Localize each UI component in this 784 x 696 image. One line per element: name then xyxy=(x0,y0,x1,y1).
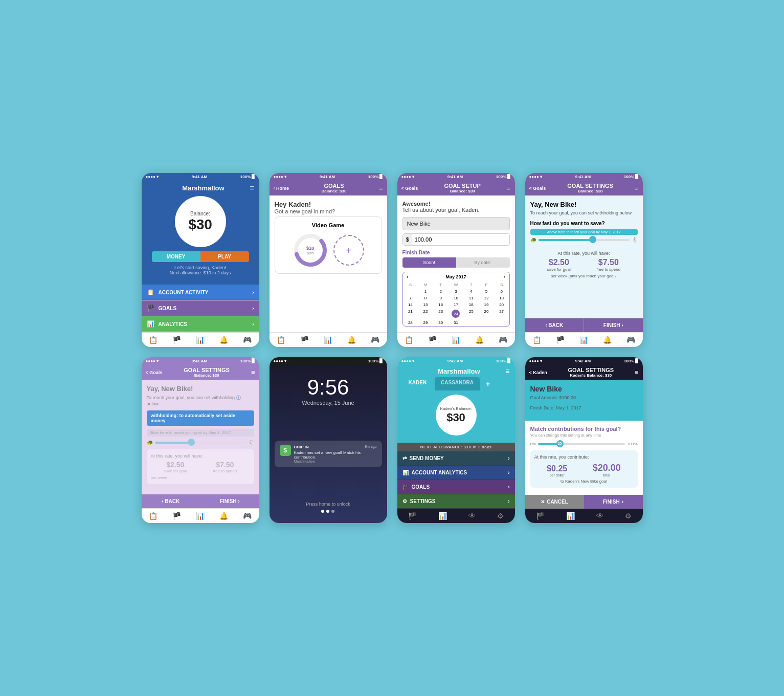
nav2-game-icon[interactable]: 🎮 xyxy=(371,336,379,344)
nav-bell-icon[interactable]: 🔔 xyxy=(219,336,228,344)
next-allowance: NEXT ALLOWANCE: $10 in 2 days xyxy=(397,443,515,451)
cal-day-t1: T xyxy=(433,281,449,288)
nav5-goals[interactable]: 🏴 xyxy=(172,512,181,520)
nav4-goals[interactable]: 🏴 xyxy=(556,336,565,344)
nav5-bell[interactable]: 🔔 xyxy=(219,512,228,520)
goals-item-7[interactable]: 🏴GOALS › xyxy=(397,480,515,494)
settings-body: Yay, New Bike! To reach your goal, you c… xyxy=(525,195,643,318)
settings-item-7[interactable]: ⚙SETTINGS › xyxy=(397,494,515,509)
nav4-activity[interactable]: 📋 xyxy=(532,336,541,344)
send-money-item[interactable]: ⇄SEND MONEY › xyxy=(397,451,515,466)
status-right-8: 100% ▉ xyxy=(624,359,639,363)
nav8-analytics[interactable]: 📊 xyxy=(566,512,575,520)
nav2-goals-icon[interactable]: 🏴 xyxy=(300,336,309,344)
balance-circle: Balance: $30 xyxy=(175,196,226,247)
nav-goals-icon[interactable]: 🏴 xyxy=(172,336,181,344)
cal-prev[interactable]: ‹ xyxy=(407,274,409,279)
nav5-analytics[interactable]: 📊 xyxy=(196,512,205,520)
c1-label: per dollar xyxy=(547,473,567,477)
add-goal-button[interactable]: + xyxy=(333,235,364,266)
slider-track-8[interactable]: 25 xyxy=(538,443,625,445)
spend-5: $7.50 xyxy=(213,461,237,469)
account-activity-item[interactable]: 📋ACCOUNT ACTIVITY › xyxy=(142,285,259,300)
bydate-toggle[interactable]: By date: xyxy=(456,257,510,268)
status-time-5: 9:41 AM xyxy=(192,359,207,363)
amount-field[interactable] xyxy=(412,234,509,245)
finish-button-8[interactable]: FINISH › xyxy=(584,495,643,509)
back-button[interactable]: ‹ BACK xyxy=(525,318,585,332)
nav7-eye[interactable]: 👁 xyxy=(468,512,476,520)
goals-icon-7: 🏴 xyxy=(402,484,409,490)
goals-item[interactable]: 🏴GOALS › xyxy=(142,300,259,316)
settings-menu-icon[interactable]: ≡ xyxy=(635,184,639,192)
slider-track-5[interactable] xyxy=(155,442,246,444)
status-right-2: 100% ▉ xyxy=(368,175,383,179)
date-toggle: Soon! By date: xyxy=(402,257,510,268)
add-user-tab[interactable]: + xyxy=(482,377,494,390)
setup-menu-icon[interactable]: ≡ xyxy=(507,184,511,192)
pct-100: 100% xyxy=(627,442,637,446)
nav-game-icon[interactable]: 🎮 xyxy=(243,336,252,344)
tooltip-menu-icon[interactable]: ≡ xyxy=(251,368,255,376)
menu-icon[interactable]: ≡ xyxy=(250,184,254,192)
nav-home-back[interactable]: ‹ Home xyxy=(274,186,289,191)
nav2-analytics-icon[interactable]: 📊 xyxy=(324,336,332,344)
nav3-goals[interactable]: 🏴 xyxy=(428,336,437,344)
nav8-settings[interactable]: ⚙ xyxy=(625,512,632,520)
setup-back[interactable]: < Goals xyxy=(401,186,418,191)
cassandra-tab[interactable]: CASSANDRA xyxy=(435,377,480,390)
nav-activity-icon[interactable]: 📋 xyxy=(149,336,158,344)
nav-analytics-icon[interactable]: 📊 xyxy=(196,336,205,344)
slider-thumb-8[interactable]: 25 xyxy=(556,440,564,447)
goals-menu-icon[interactable]: ≡ xyxy=(379,184,383,192)
nav4-analytics[interactable]: 📊 xyxy=(579,336,588,344)
nav3-bell[interactable]: 🔔 xyxy=(475,336,484,344)
settings-back[interactable]: < Goals xyxy=(529,186,546,191)
cancel-label: CANCEL xyxy=(547,499,568,505)
lock-bottom: Press home to unlock xyxy=(306,496,350,513)
multi-menu-icon[interactable]: ≡ xyxy=(505,367,509,375)
calendar: ‹ May 2017 › S M T W T F S 1 2 3 xyxy=(402,272,510,327)
nav3-activity[interactable]: 📋 xyxy=(405,336,413,344)
nav3-game[interactable]: 🎮 xyxy=(499,336,507,344)
nav8-flag[interactable]: 🏴 xyxy=(536,512,545,520)
play-tab[interactable]: PLAY xyxy=(200,251,249,262)
nav5-activity[interactable]: 📋 xyxy=(149,512,158,520)
parent-back[interactable]: < Kaden xyxy=(529,370,547,375)
goals-arrow: › xyxy=(252,306,254,311)
tooltip-box: withholding: to automatically set aside … xyxy=(147,410,254,426)
soon-toggle[interactable]: Soon! xyxy=(402,257,456,268)
analytics-item[interactable]: 📊ANALYTICS › xyxy=(142,316,259,332)
status-time-2: 9:41 AM xyxy=(320,175,335,179)
nav5-game[interactable]: 🎮 xyxy=(243,512,252,520)
nav7-settings[interactable]: ⚙ xyxy=(497,512,504,520)
nav7-goals[interactable]: 🏴 xyxy=(408,512,417,520)
nav7-analytics[interactable]: 📊 xyxy=(438,512,447,520)
status-time-4: 9:41 AM xyxy=(575,175,591,179)
finish-button-5[interactable]: FINISH › xyxy=(200,494,259,508)
nav4-game[interactable]: 🎮 xyxy=(626,336,635,344)
back-finish-bar-5: ‹ BACK FINISH › xyxy=(142,494,259,508)
nav2-activity-icon[interactable]: 📋 xyxy=(277,336,285,344)
goals-label-7: GOALS xyxy=(412,484,430,490)
finish-button[interactable]: FINISH › xyxy=(584,318,643,332)
tooltip-back[interactable]: < Goals xyxy=(146,370,163,375)
account-analytics-item[interactable]: 📊ACCOUNT ANALYTICS › xyxy=(397,466,515,480)
kaden-tab[interactable]: KADEN xyxy=(402,377,433,390)
nav2-bell-icon[interactable]: 🔔 xyxy=(347,336,356,344)
back-button-5[interactable]: ‹ BACK xyxy=(142,494,201,508)
slider-track[interactable] xyxy=(539,239,630,241)
nav3-analytics[interactable]: 📊 xyxy=(452,336,460,344)
cal-next[interactable]: › xyxy=(504,274,505,279)
parent-nav: < Kaden GOAL SETTINGS Kaden's Balance: $… xyxy=(525,365,643,380)
finish-label-8: FINISH xyxy=(603,499,620,505)
cancel-button[interactable]: ✕ CANCEL xyxy=(525,495,584,509)
nav4-bell[interactable]: 🔔 xyxy=(603,336,612,344)
home-info: Let's start saving, Kaden! Next allowanc… xyxy=(147,265,254,279)
nav8-eye[interactable]: 👁 xyxy=(596,512,603,520)
goal-name-input[interactable] xyxy=(402,217,510,230)
money-tab[interactable]: MONEY xyxy=(152,251,200,262)
parent-menu-icon[interactable]: ≡ xyxy=(635,368,639,376)
save-5: $2.50 xyxy=(164,461,187,469)
notif-message: Kaden has set a new goal! Match his cont… xyxy=(294,450,377,460)
